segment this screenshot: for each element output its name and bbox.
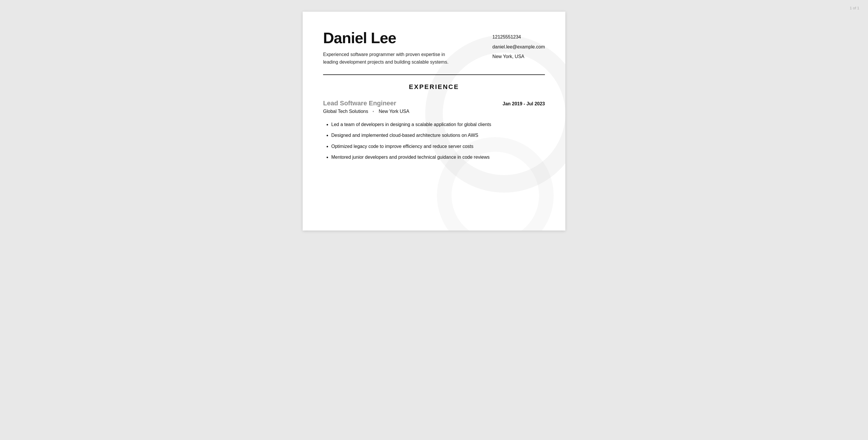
list-item: Optimized legacy code to improve efficie…	[331, 141, 545, 151]
job-location: New York USA	[378, 109, 409, 114]
candidate-email: daniel.lee@example.com	[492, 42, 545, 52]
resume-content: Daniel Lee Experienced software programm…	[323, 29, 545, 162]
list-item: Designed and implemented cloud-based arc…	[331, 130, 545, 140]
experience-section-title: EXPERIENCE	[323, 83, 545, 91]
job-header: Lead Software Engineer Jan 2019 - Jul 20…	[323, 99, 545, 107]
section-divider	[323, 74, 545, 75]
list-item: Mentored junior developers and provided …	[331, 152, 545, 162]
experience-entry: Lead Software Engineer Jan 2019 - Jul 20…	[323, 99, 545, 162]
job-bullets-list: Led a team of developers in designing a …	[323, 119, 545, 162]
resume-page: Daniel Lee Experienced software programm…	[303, 12, 565, 230]
experience-section: EXPERIENCE Lead Software Engineer Jan 20…	[323, 83, 545, 162]
candidate-summary: Experienced software programmer with pro…	[323, 51, 456, 66]
job-title: Lead Software Engineer	[323, 99, 396, 107]
candidate-phone: 12125551234	[492, 32, 545, 42]
header-left: Daniel Lee Experienced software programm…	[323, 29, 456, 66]
list-item: Led a team of developers in designing a …	[331, 119, 545, 130]
job-company: Global Tech Solutions	[323, 109, 368, 114]
page-counter: 1 of 1	[849, 6, 859, 10]
candidate-name: Daniel Lee	[323, 29, 456, 47]
job-dates: Jan 2019 - Jul 2023	[503, 101, 545, 106]
meta-separator	[373, 111, 374, 112]
header-section: Daniel Lee Experienced software programm…	[323, 29, 545, 66]
job-meta: Global Tech Solutions New York USA	[323, 109, 545, 114]
header-contact: 12125551234 daniel.lee@example.com New Y…	[492, 29, 545, 62]
candidate-location: New York, USA	[492, 52, 545, 62]
